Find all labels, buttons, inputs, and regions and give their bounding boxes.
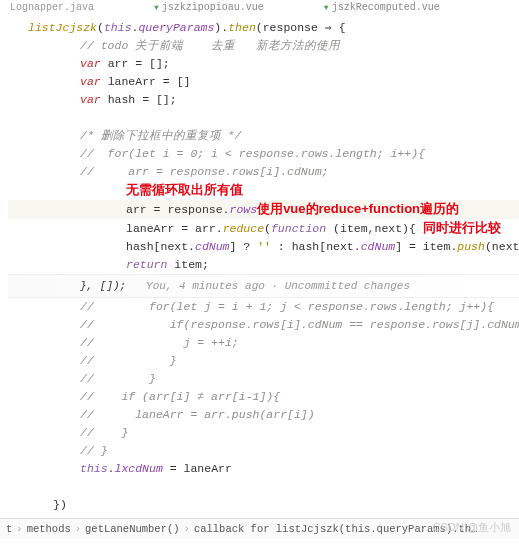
code-line: listJcjszk(this.queryParams).then(respon… — [8, 19, 519, 37]
code-comment: // arr = response.rows[i].cdNum; — [8, 163, 519, 181]
tab-mid[interactable]: ▼jszkzipopioau.vue — [154, 2, 264, 13]
code-comment: // } — [8, 370, 519, 388]
code-comment: // if (arr[i] ≠ arr[i-1]){ — [8, 388, 519, 406]
code-line: laneArr = arr.reduce(function (item,next… — [8, 219, 519, 238]
crumb[interactable]: methods — [27, 523, 71, 535]
chevron-right-icon: › — [75, 523, 81, 535]
chevron-right-icon: › — [184, 523, 190, 535]
code-line: var hash = []; — [8, 91, 519, 109]
watermark: CSDN @鱼小旭 — [433, 520, 511, 535]
annotation: 无需循环取出所有值 — [8, 181, 519, 200]
code-line: var laneArr = [] — [8, 73, 519, 91]
code-editor[interactable]: listJcjszk(this.queryParams).then(respon… — [0, 15, 519, 518]
code-comment: // } — [8, 442, 519, 460]
code-line: var arr = []; — [8, 55, 519, 73]
code-comment: // if(response.rows[i].cdNum == response… — [8, 316, 519, 334]
crumb[interactable]: getLaneNumber() — [85, 523, 180, 535]
code-comment: // for(let j = i + 1; j < response.rows.… — [8, 298, 519, 316]
tab-right[interactable]: ▼jszkRecomputed.vue — [324, 2, 440, 13]
editor-tabs: Lognapper.java ▼jszkzipopioau.vue ▼jszkR… — [0, 0, 519, 15]
code-comment: // } — [8, 424, 519, 442]
code-comment: // for(let i = 0; i < response.rows.leng… — [8, 145, 519, 163]
code-line: return item; — [8, 256, 519, 274]
vcs-annotation: }, []); You, 4 minutes ago · Uncommitted… — [8, 274, 519, 298]
code-comment: /* 删除下拉框中的重复项 */ — [8, 127, 519, 145]
code-line: arr = response.rows使用vue的reduce+function… — [8, 200, 519, 219]
blank — [8, 109, 519, 127]
code-comment: // laneArr = arr.push(arr[i]) — [8, 406, 519, 424]
code-comment: // } — [8, 352, 519, 370]
code-line: }) — [8, 496, 519, 514]
chevron-right-icon: › — [16, 523, 22, 535]
code-line: hash[next.cdNum] ? '' : hash[next.cdNum]… — [8, 238, 519, 256]
code-comment: // todo 关于前端 去重 新老方法的使用 — [8, 37, 519, 55]
code-line: this.lxcdNum = laneArr — [8, 460, 519, 478]
code-comment: // j = ++i; — [8, 334, 519, 352]
tab-left[interactable]: Lognapper.java — [10, 2, 94, 13]
blank — [8, 478, 519, 496]
crumb[interactable]: t — [6, 523, 12, 535]
